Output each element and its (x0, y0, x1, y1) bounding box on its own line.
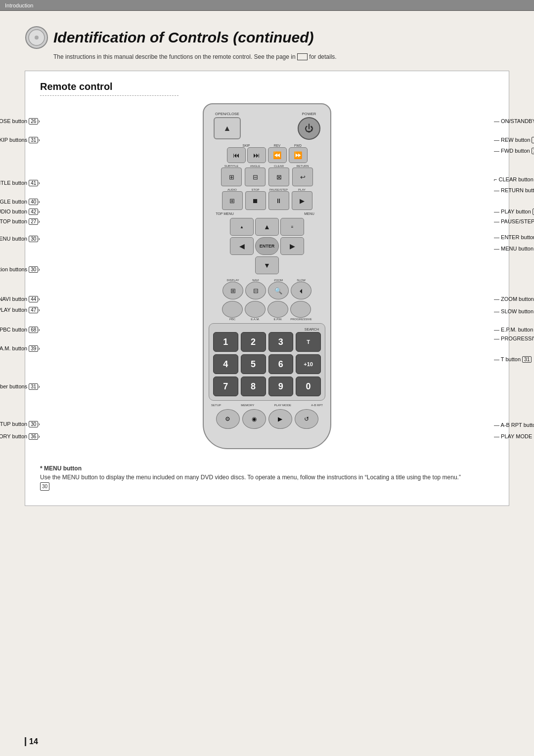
audio-icon: ⊞ (229, 197, 235, 205)
clear-button[interactable]: ⊠ (268, 168, 289, 186)
rlabel-return: — RETURN button 60 (494, 187, 534, 194)
label-subtitle: SUBTITLE button 41› (0, 180, 40, 186)
top-menu-icon: ▲ (240, 225, 244, 229)
angle-icon: ⊟ (253, 173, 258, 181)
rlabel-play: — PLAY button 26 (494, 209, 534, 215)
progressive-lbl: PROGRESSIVE (290, 318, 312, 321)
label-angle: ANGLE button 40› (0, 199, 40, 205)
skip-fwd-button[interactable]: ⏭ (247, 147, 266, 163)
return-button[interactable]: ↩ (292, 168, 313, 186)
num-0-button[interactable]: 0 (296, 377, 321, 396)
ab-rpt-button[interactable]: ↺ (295, 409, 318, 429)
pause-text-label: PAUSE/STEP (268, 188, 289, 191)
rlabel-progressive: — PROGRESSIVE button 19 (494, 336, 534, 342)
power-button[interactable]: ⏻ (298, 117, 320, 140)
display-icon: ⊞ (230, 287, 236, 294)
fwd-button[interactable]: ⏩ (289, 147, 308, 163)
setup-button[interactable]: ⚙ (216, 409, 240, 429)
power-icon: ⏻ (305, 124, 313, 134)
left-button[interactable]: ◀ (230, 237, 254, 255)
open-close-text: OPEN/CLOSE (214, 112, 241, 116)
pbc-button[interactable] (222, 301, 243, 318)
navi-lbl: NAVI (245, 279, 266, 282)
navi-button[interactable]: ⊟ (245, 282, 266, 299)
up-button[interactable]: ▲ (255, 218, 279, 236)
epm-button[interactable] (267, 301, 288, 318)
page-number: 14 (25, 737, 38, 746)
plus-10-button[interactable]: +10 (296, 354, 321, 374)
play-mode-button[interactable]: ▶ (268, 409, 292, 429)
label-direction: Direction buttons 30› (0, 266, 40, 273)
right-icon: ▶ (290, 242, 295, 250)
up-icon: ▲ (264, 223, 270, 231)
memory-lbl-top: MEMORY (241, 404, 254, 407)
angle-button[interactable]: ⊟ (245, 168, 266, 186)
open-close-button[interactable]: ▲ (214, 117, 241, 139)
num-8-button[interactable]: 8 (241, 377, 266, 396)
remote-body: OPEN/CLOSE ▲ POWER ⏻ SKI (203, 103, 331, 449)
play-mode-icon: ▶ (278, 416, 282, 422)
svg-point-2 (35, 36, 39, 40)
pause-icon: ⏸ (275, 197, 282, 205)
memory-button[interactable]: ◉ (242, 409, 266, 429)
stop-button[interactable]: ⏹ (245, 191, 266, 210)
eject-icon: ▲ (223, 124, 231, 133)
slow-lbl: SLOW (291, 279, 312, 282)
num-1-button[interactable]: 1 (213, 332, 238, 352)
rev-text: REV (268, 144, 287, 147)
t-button[interactable]: T (296, 332, 321, 352)
playmode-lbl-top: PLAY MODE (274, 404, 291, 407)
audio-button[interactable]: ⊞ (222, 191, 243, 210)
rew-button[interactable]: ⏪ (268, 147, 287, 163)
clear-icon: ⊠ (276, 173, 282, 181)
menu-button[interactable]: ≡ (280, 218, 304, 236)
label-audio: AUDIO button 42› (0, 209, 40, 215)
skip-text: SKIP (227, 144, 266, 147)
rlabel-epm: — E.P.M. button 38 (494, 327, 534, 333)
main-content-box: Remote control OPEN/CLOSE button 26› SKI… (25, 71, 509, 506)
slow-icon: ⏴ (298, 287, 305, 294)
setup-icon: ⚙ (225, 416, 230, 422)
top-menu-button[interactable]: ▲ (230, 218, 254, 236)
abrpt-lbl-top: A-B RPT (311, 404, 323, 407)
play-button[interactable]: ▶ (292, 191, 312, 210)
number-section: SEARCH 1 2 3 T 4 5 6 +10 7 8 9 0 (209, 323, 325, 401)
rlabel-zoom: — ZOOM button 37 (494, 296, 534, 302)
num-6-button[interactable]: 6 (268, 354, 294, 374)
label-skip: SKIP buttons 31› (0, 137, 40, 143)
slow-button[interactable]: ⏴ (291, 282, 312, 299)
subtitle-icon: ⊞ (229, 173, 234, 181)
skip-back-button[interactable]: ⏮ (227, 147, 246, 163)
footer-badge: 30 (40, 482, 49, 491)
eam-lbl: E.A.M. (245, 318, 266, 321)
right-button[interactable]: ▶ (280, 237, 304, 255)
ab-rpt-icon: ↺ (304, 416, 309, 422)
top-bar-label: Introduction (5, 2, 33, 8)
epm-lbl: E.P.M. (267, 318, 288, 321)
power-text: POWER (298, 112, 320, 116)
label-number: Number buttons 31› (0, 383, 40, 390)
num-5-button[interactable]: 5 (241, 354, 266, 374)
rlabel-playmode: — PLAY MODE button 35 (494, 433, 534, 440)
rlabel-enter: — ENTER button 30 (494, 234, 534, 241)
down-button[interactable]: ▼ (255, 256, 279, 274)
top-bar: Introduction (0, 0, 534, 11)
progressive-button[interactable] (290, 301, 311, 318)
num-7-button[interactable]: 7 (213, 377, 238, 396)
subtitle-button[interactable]: ⊞ (221, 168, 242, 186)
display-button[interactable]: ⊞ (222, 282, 243, 299)
eam-button[interactable] (245, 301, 266, 318)
zoom-button[interactable]: 🔍 (268, 282, 289, 299)
navi-icon: ⊟ (253, 287, 259, 294)
num-3-button[interactable]: 3 (268, 332, 294, 352)
subtitle-text: The instructions in this manual describe… (53, 53, 509, 61)
num-4-button[interactable]: 4 (213, 354, 238, 374)
rlabel-rew: — REW button 28 (494, 137, 534, 143)
label-display: DISPLAY button 47› (0, 307, 40, 313)
enter-button[interactable]: ENTER (255, 237, 279, 255)
menu-icon: ≡ (291, 225, 294, 229)
num-9-button[interactable]: 9 (268, 377, 294, 396)
pause-button[interactable]: ⏸ (268, 191, 289, 210)
num-2-button[interactable]: 2 (241, 332, 266, 352)
rlabel-pause: — PAUSE/STEP button 2728 (494, 218, 534, 225)
